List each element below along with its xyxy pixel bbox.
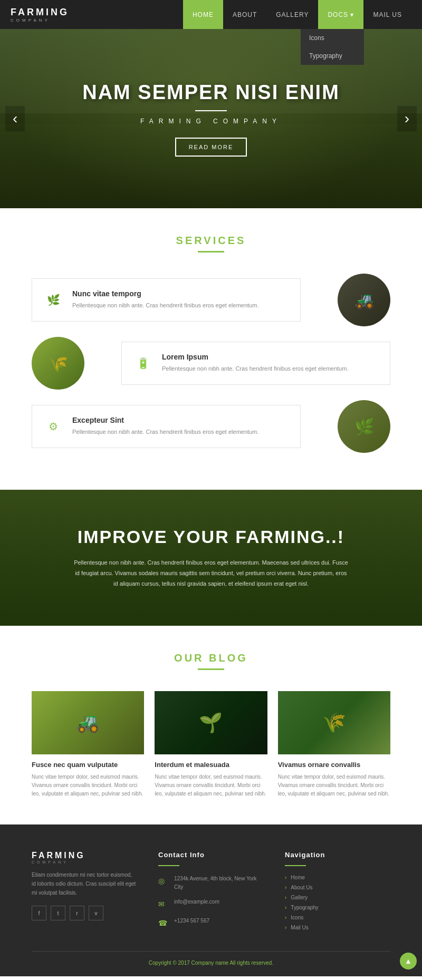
blog-text-3: Nunc vitae tempor dolor, sed euismod mau… (278, 773, 390, 798)
blog-text-2: Nunc vitae tempor dolor, sed euismod mau… (155, 773, 267, 798)
blog-img-icon-2: 🌱 (155, 691, 267, 754)
blog-divider (198, 668, 224, 670)
service-image-3-wrapper: 🌿 (338, 400, 390, 453)
footer-nav-home-label: Home (291, 875, 305, 880)
service-desc-1: Pellentesque non nibh ante. Cras hendrer… (72, 301, 258, 311)
copyright-text: Copyright © 2017 Company name All rights… (149, 960, 273, 966)
footer-nav-about[interactable]: › About Us (285, 885, 390, 890)
contact-address-item: ◎ 1234k Avenue, 4th block, New York City (158, 875, 264, 891)
footer-logo-text: FARMING (32, 851, 137, 860)
service-image-2-wrapper: 🌾 (32, 337, 84, 390)
contact-address: 1234k Avenue, 4th block, New York City (174, 875, 264, 891)
social-vk[interactable]: v (89, 906, 103, 920)
footer-logo-sub: COMPANY (32, 860, 137, 864)
hero-next-arrow[interactable]: › (397, 106, 417, 131)
tractor-icon-1: 🚜 (338, 274, 390, 326)
service-icon-3: ⚙ (43, 416, 64, 437)
blog-img-icon-3: 🌾 (278, 691, 390, 754)
hero-content: NAM SEMPER NISI ENIM FARMING COMPANY REA… (82, 81, 340, 157)
service-heading-2: Lorem Ipsum (162, 353, 348, 361)
chevron-home: › (285, 875, 286, 880)
hero-prev-arrow[interactable]: ‹ (5, 106, 25, 131)
email-icon: ✉ (158, 898, 169, 910)
scroll-to-top-button[interactable]: ▲ (400, 953, 417, 969)
blog-section: OUR BLOG 🚜 Fusce nec quam vulputate Nunc… (0, 626, 422, 824)
service-heading-3: Excepteur Sint (72, 416, 258, 424)
footer-nav-divider (285, 865, 306, 866)
logo-text: FARMING (11, 7, 69, 18)
service-desc-3: Pellentesque non nibh ante. Cras hendrer… (72, 428, 258, 437)
social-facebook[interactable]: f (32, 906, 46, 920)
header: FARMING COMPANY HOME ABOUT GALLERY DOCS … (0, 0, 422, 29)
blog-heading-2: Interdum et malesuada (155, 761, 267, 769)
service-text-2: Lorem Ipsum Pellentesque non nibh ante. … (162, 353, 348, 374)
footer-nav-typography-label: Typography (291, 905, 318, 910)
contact-email: info@example.com (174, 898, 219, 906)
footer-nav-icons[interactable]: › Icons (285, 915, 390, 920)
footer-nav-gallery[interactable]: › Gallery (285, 895, 390, 900)
blog-heading-3: Vivamus ornare convallis (278, 761, 390, 769)
service-desc-2: Pellentesque non nibh ante. Cras hendrer… (162, 364, 348, 374)
hero-title: NAM SEMPER NISI ENIM (82, 81, 340, 104)
tractor-icon-3: 🌿 (338, 400, 390, 453)
social-twitter[interactable]: t (51, 906, 65, 920)
hero-read-more-button[interactable]: READ MORE (175, 138, 247, 157)
nav-item-about[interactable]: ABOUT (223, 0, 266, 29)
services-row-2: 🌾 🔋 Lorem Ipsum Pellentesque non nibh an… (32, 337, 390, 390)
nav-item-home[interactable]: HOME (183, 0, 223, 29)
footer-grid: FARMING COMPANY Etiam condimentum mi nec… (32, 851, 390, 935)
footer-nav-typography[interactable]: › Typography (285, 905, 390, 910)
service-icon-1: 🌿 (43, 289, 64, 311)
blog-text-1: Nunc vitae tempor dolor, sed euismod mau… (32, 773, 144, 798)
service-card-2: 🔋 Lorem Ipsum Pellentesque non nibh ante… (121, 342, 390, 385)
contact-phone: +1234 567 567 (174, 917, 209, 925)
service-image-1-wrapper: 🚜 (338, 274, 390, 326)
service-image-3: 🌿 (338, 400, 390, 453)
phone-icon: ☎ (158, 917, 169, 929)
service-heading-1: Nunc vitae temporg (72, 289, 258, 298)
main-nav: HOME ABOUT GALLERY DOCS ▾ MAIL US (183, 0, 411, 29)
blog-card-2: 🌱 Interdum et malesuada Nunc vitae tempo… (155, 691, 267, 798)
footer-nav-title: Navigation (285, 851, 390, 859)
blog-image-3: 🌾 (278, 691, 390, 754)
chevron-about: › (285, 885, 286, 890)
blog-heading-1: Fusce nec quam vulputate (32, 761, 144, 769)
nav-item-gallery[interactable]: GALLERY (266, 0, 318, 29)
logo: FARMING COMPANY (11, 7, 69, 23)
services-divider (198, 251, 224, 253)
tractor-icon-2: 🌾 (32, 337, 84, 390)
dropdown-item-typography[interactable]: Typography (301, 47, 364, 65)
nav-item-mail[interactable]: MAIL US (363, 0, 411, 29)
service-icon-2: 🔋 (132, 353, 154, 374)
footer-nav-home[interactable]: › Home (285, 875, 390, 880)
service-text-3: Excepteur Sint Pellentesque non nibh ant… (72, 416, 258, 437)
footer-nav-about-label: About Us (291, 885, 312, 890)
chevron-icons: › (285, 915, 286, 920)
services-row-1: 🌿 Nunc vitae temporg Pellentesque non ni… (32, 274, 390, 326)
footer-contact-title: Contact Info (158, 851, 264, 859)
improve-content: IMPROVE YOUR FARMING..! Pellentesque non… (42, 527, 380, 589)
chevron-mail: › (285, 925, 286, 930)
service-image-2: 🌾 (32, 337, 84, 390)
chevron-typography: › (285, 905, 286, 910)
footer-social: f t r v (32, 906, 137, 920)
address-icon: ◎ (158, 875, 169, 887)
service-image-1: 🚜 (338, 274, 390, 326)
footer-col-2: Contact Info ◎ 1234k Avenue, 4th block, … (158, 851, 264, 935)
hero-subtitle: FARMING COMPANY (82, 118, 340, 125)
services-row-3: ⚙ Excepteur Sint Pellentesque non nibh a… (32, 400, 390, 453)
blog-card-1: 🚜 Fusce nec quam vulputate Nunc vitae te… (32, 691, 144, 798)
improve-title: IMPROVE YOUR FARMING..! (42, 527, 380, 547)
social-rss[interactable]: r (70, 906, 84, 920)
logo-sub: COMPANY (11, 18, 50, 23)
nav-item-docs[interactable]: DOCS ▾ (318, 0, 363, 29)
dropdown-item-icons[interactable]: Icons (301, 29, 364, 47)
services-title: SERVICES (32, 235, 390, 247)
service-card-3: ⚙ Excepteur Sint Pellentesque non nibh a… (32, 405, 301, 448)
blog-title: OUR BLOG (32, 652, 390, 664)
improve-section: IMPROVE YOUR FARMING..! Pellentesque non… (0, 490, 422, 626)
footer-contact-divider (158, 865, 179, 866)
blog-grid: 🚜 Fusce nec quam vulputate Nunc vitae te… (32, 691, 390, 798)
blog-card-3: 🌾 Vivamus ornare convallis Nunc vitae te… (278, 691, 390, 798)
footer-nav-mail[interactable]: › Mail Us (285, 925, 390, 930)
